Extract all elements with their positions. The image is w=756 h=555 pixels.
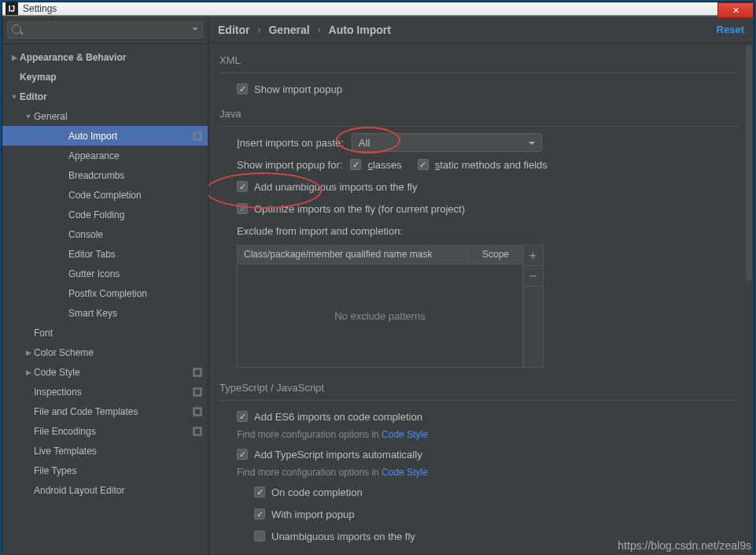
- sidebar-item-label: Color Scheme: [34, 347, 203, 358]
- classes-label: classes: [367, 159, 401, 171]
- svg-rect-7: [194, 409, 201, 415]
- sidebar-item-appearance-behavior[interactable]: ▶Appearance & Behavior: [2, 47, 208, 67]
- caret-right-icon: ▶: [23, 349, 34, 357]
- section-ts: TypeScript / JavaScript: [219, 382, 739, 394]
- sidebar-item-label: Android Layout Editor: [34, 485, 203, 496]
- sidebar-item-editor[interactable]: ▼Editor: [2, 87, 208, 106]
- sidebar-item-label: Code Folding: [68, 209, 203, 220]
- sidebar-item-console[interactable]: Console: [2, 224, 208, 244]
- sidebar-item-appearance[interactable]: Appearance: [2, 146, 208, 165]
- project-badge-icon: [192, 426, 203, 437]
- sidebar-item-code-style[interactable]: ▶Code Style: [2, 362, 208, 382]
- static-label: static methods and fields: [435, 159, 548, 171]
- remove-row-button[interactable]: −: [523, 266, 543, 287]
- table-empty-text: No exclude patterns: [238, 265, 522, 367]
- add-unambiguous-checkbox[interactable]: [237, 181, 248, 192]
- scrollbar[interactable]: [746, 45, 752, 281]
- on-completion-label: On code completion: [271, 487, 363, 498]
- sidebar-item-file-and-code-templates[interactable]: File and Code Templates: [2, 401, 208, 421]
- sidebar-item-label: Keymap: [20, 72, 203, 83]
- sidebar-item-font[interactable]: Font: [2, 323, 208, 342]
- sidebar-item-smart-keys[interactable]: Smart Keys: [2, 303, 208, 323]
- sidebar-item-label: Code Style: [34, 367, 192, 378]
- settings-tree[interactable]: ▶Appearance & BehaviorKeymap▼Editor▼Gene…: [2, 44, 208, 555]
- insert-imports-value: All: [359, 137, 370, 149]
- sidebar-item-label: Appearance: [68, 150, 203, 161]
- window-title: Settings: [23, 3, 57, 14]
- sidebar-item-postfix-completion[interactable]: Postfix Completion: [2, 283, 208, 303]
- sidebar-item-code-completion[interactable]: Code Completion: [2, 185, 208, 205]
- svg-rect-3: [194, 369, 201, 376]
- code-style-link-2[interactable]: Code Style: [382, 467, 428, 478]
- insert-imports-dropdown[interactable]: All: [352, 133, 542, 152]
- sidebar-item-android-layout-editor[interactable]: Android Layout Editor: [2, 480, 208, 500]
- sidebar-item-code-folding[interactable]: Code Folding: [2, 205, 208, 224]
- sidebar-item-label: File Encodings: [34, 426, 192, 437]
- sidebar-item-label: General: [34, 111, 203, 122]
- es6-imports-checkbox[interactable]: [237, 411, 248, 422]
- insert-imports-label: IInsert imports on paste:nsert imports o…: [237, 137, 344, 149]
- static-checkbox[interactable]: [418, 159, 429, 170]
- breadcrumb-general[interactable]: General: [268, 24, 309, 36]
- sidebar-item-label: Inspections: [34, 387, 192, 398]
- project-badge-icon: [192, 406, 203, 417]
- sidebar-item-label: Postfix Completion: [68, 288, 203, 299]
- sidebar-item-label: Editor: [20, 91, 203, 102]
- project-badge-icon: [192, 131, 203, 142]
- add-row-button[interactable]: +: [523, 246, 543, 266]
- with-popup-label: With import popup: [271, 509, 355, 520]
- svg-rect-9: [194, 428, 201, 435]
- sidebar-item-label: File Types: [34, 465, 203, 476]
- search-input[interactable]: [7, 21, 203, 39]
- table-header-scope[interactable]: Scope: [469, 246, 522, 264]
- app-icon: IJ: [6, 2, 18, 15]
- sidebar-item-gutter-icons[interactable]: Gutter Icons: [2, 264, 208, 283]
- code-style-hint: Find more configuration options in: [237, 429, 382, 440]
- caret-down-icon: ▼: [9, 93, 20, 101]
- sidebar-item-label: Editor Tabs: [68, 249, 203, 260]
- sidebar-item-keymap[interactable]: Keymap: [2, 67, 208, 87]
- sidebar-item-label: Code Completion: [68, 190, 203, 201]
- svg-rect-5: [194, 389, 201, 395]
- titlebar: IJ Settings ✕: [2, 2, 754, 16]
- sidebar-item-color-scheme[interactable]: ▶Color Scheme: [2, 342, 208, 362]
- sidebar-item-label: Smart Keys: [68, 308, 203, 319]
- chevron-right-icon: ›: [318, 24, 321, 35]
- ts-auto-checkbox[interactable]: [237, 449, 248, 460]
- sidebar-item-file-encodings[interactable]: File Encodings: [2, 421, 208, 441]
- breadcrumb-editor[interactable]: Editor: [218, 24, 249, 36]
- show-popup-for-label: Show import popup for:: [237, 159, 342, 171]
- with-popup-checkbox[interactable]: [254, 509, 265, 520]
- search-dropdown-icon[interactable]: [192, 28, 198, 31]
- exclude-label: Exclude from import and completion:: [237, 225, 403, 237]
- xml-show-popup-checkbox[interactable]: [237, 83, 248, 94]
- sidebar-item-live-templates[interactable]: Live Templates: [2, 441, 208, 461]
- reset-link[interactable]: Reset: [717, 24, 744, 35]
- sidebar-item-label: Auto Import: [68, 131, 192, 142]
- search-icon: [12, 24, 21, 34]
- sidebar-item-general[interactable]: ▼General: [2, 106, 208, 126]
- code-style-hint-2: Find more configuration options in: [237, 467, 382, 478]
- sidebar-item-editor-tabs[interactable]: Editor Tabs: [2, 244, 208, 264]
- unambiguous-ts-checkbox[interactable]: [254, 531, 265, 542]
- project-badge-icon: [192, 367, 203, 378]
- breadcrumb-auto-import: Auto Import: [329, 24, 391, 36]
- sidebar-item-auto-import[interactable]: Auto Import: [2, 126, 208, 146]
- optimize-imports-checkbox[interactable]: [237, 203, 248, 214]
- breadcrumb: Editor › General › Auto Import: [218, 24, 717, 36]
- on-completion-checkbox[interactable]: [254, 487, 265, 498]
- sidebar-item-file-types[interactable]: File Types: [2, 461, 208, 480]
- xml-show-popup-label: Show import popup: [254, 83, 342, 95]
- table-header-mask[interactable]: Class/package/member qualified name mask: [238, 246, 469, 264]
- sidebar-item-inspections[interactable]: Inspections: [2, 382, 208, 401]
- sidebar-item-label: File and Code Templates: [34, 406, 192, 417]
- code-style-link[interactable]: Code Style: [382, 429, 428, 440]
- ts-auto-label: Add TypeScript imports automatically: [254, 449, 422, 461]
- caret-right-icon: ▶: [23, 368, 34, 376]
- classes-checkbox[interactable]: [350, 159, 361, 170]
- sidebar-item-breadcrumbs[interactable]: Breadcrumbs: [2, 165, 208, 185]
- chevron-right-icon: ›: [257, 24, 260, 35]
- close-button[interactable]: ✕: [717, 2, 754, 18]
- sidebar-item-label: Breadcrumbs: [68, 170, 203, 181]
- optimize-imports-label: Optimize imports on the fly (for current…: [254, 203, 465, 215]
